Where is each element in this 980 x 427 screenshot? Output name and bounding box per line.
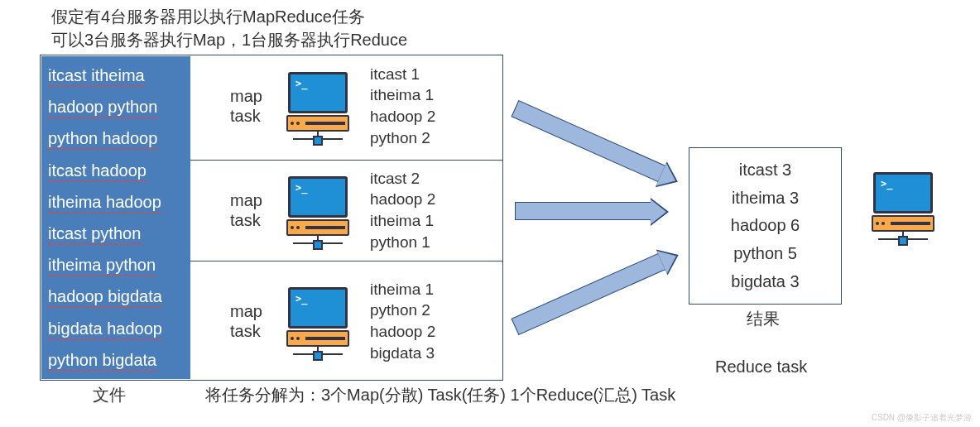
- header-text: 假定有4台服务器用以执行MapReduce任务 可以3台服务器执行Map，1台服…: [51, 5, 407, 51]
- result-box: itcast 3 itheima 3 hadoop 6 python 5 big…: [689, 147, 842, 305]
- file-line: python hadoop: [48, 126, 184, 151]
- map-task-label: map task: [230, 190, 276, 230]
- map-output-1: itcast 1 itheima 1 hadoop 2 python 2: [370, 64, 435, 149]
- file-panel: itcast itheima hadoop python python hado…: [41, 56, 190, 379]
- result-line: python 5: [733, 244, 797, 263]
- terminal-prompt-icon: >_: [295, 78, 307, 89]
- computer-icon: >_: [281, 287, 355, 355]
- result-label: 结果: [747, 308, 780, 330]
- file-line: bigdata hadoop: [48, 316, 184, 341]
- file-line: itcast python: [48, 221, 184, 246]
- file-line: python bigdata: [48, 348, 184, 372]
- result-line: itheima 3: [732, 189, 799, 208]
- map-output-2: itcast 2 hadoop 2 itheima 1 python 1: [370, 168, 435, 253]
- bottom-note: 将任务分解为：3个Map(分散) Task(任务) 1个Reduce(汇总) T…: [205, 384, 675, 406]
- map-task-label: map task: [230, 86, 276, 126]
- terminal-prompt-icon: >_: [881, 178, 892, 190]
- map-output-3: itheima 1 python 2 hadoop 2 bigdata 3: [370, 279, 435, 364]
- file-label: 文件: [93, 384, 126, 406]
- result-line: itcast 3: [739, 161, 791, 180]
- reduce-task-label: Reduce task: [715, 357, 807, 377]
- reduce-computer-icon: >_: [861, 172, 945, 240]
- map-row-2: map task >_ itcast 2 hadoop 2 itheima 1 …: [230, 161, 503, 260]
- file-line: hadoop bigdata: [48, 284, 184, 309]
- terminal-prompt-icon: >_: [295, 182, 307, 194]
- result-line: hadoop 6: [731, 216, 800, 235]
- file-line: itheima python: [48, 252, 184, 277]
- arrow-icon: [512, 100, 666, 182]
- header-line1: 假定有4台服务器用以执行MapReduce任务: [51, 5, 407, 28]
- map-row-3: map task >_ itheima 1 python 2 hadoop 2 …: [230, 271, 503, 371]
- file-line: itcast hadoop: [48, 158, 184, 183]
- map-row-1: map task >_ itcast 1 itheima 1 hadoop 2 …: [230, 56, 503, 156]
- map-task-label: map task: [230, 301, 276, 341]
- watermark: CSDN @像影子追着光梦游: [872, 412, 972, 424]
- arrow-icon: [512, 253, 666, 335]
- arrow-icon: [515, 202, 651, 220]
- file-line: hadoop python: [48, 94, 184, 119]
- file-line: itheima hadoop: [48, 190, 184, 214]
- terminal-prompt-icon: >_: [295, 293, 307, 305]
- result-line: bigdata 3: [731, 272, 799, 291]
- header-line2: 可以3台服务器执行Map，1台服务器执行Reduce: [51, 28, 407, 51]
- computer-icon: >_: [281, 176, 355, 244]
- file-line: itcast itheima: [48, 63, 184, 88]
- computer-icon: >_: [281, 72, 355, 140]
